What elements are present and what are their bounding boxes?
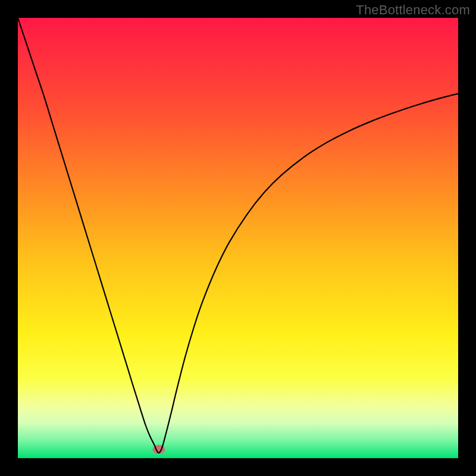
plot-area — [18, 18, 458, 458]
chart-frame: TheBottleneck.com — [0, 0, 476, 476]
watermark-text: TheBottleneck.com — [356, 2, 470, 18]
series-bottleneck-curve — [18, 18, 458, 453]
plot-svg-layer — [18, 18, 458, 458]
series-group — [18, 18, 458, 453]
